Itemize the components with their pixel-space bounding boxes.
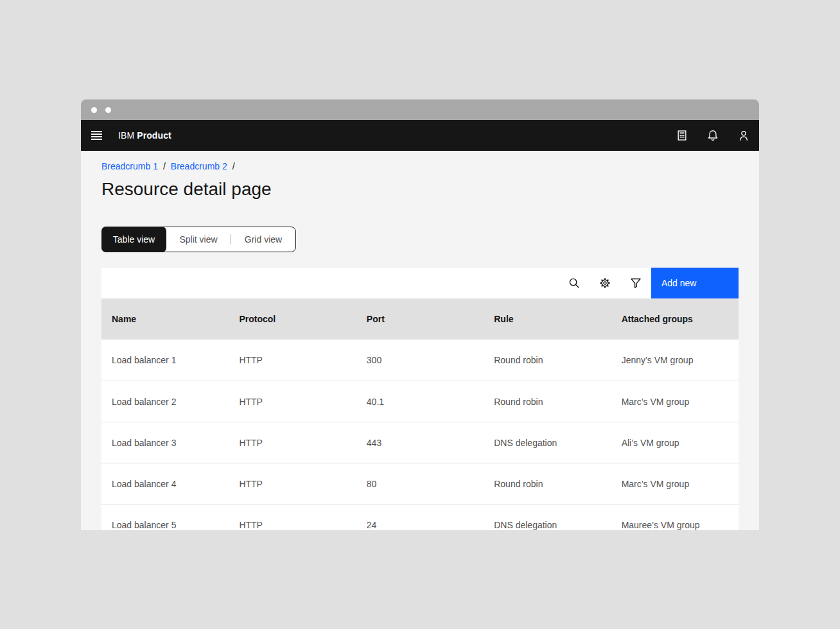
cell-attached-groups: Marc’s VM group bbox=[611, 381, 739, 422]
tab-split-view[interactable]: Split view bbox=[166, 227, 231, 252]
cell-protocol: HTTP bbox=[229, 381, 356, 422]
cell-rule: Round robin bbox=[484, 463, 611, 504]
table-row[interactable]: Load balancer 5 HTTP 24 DNS delegation M… bbox=[101, 504, 739, 530]
bell-icon bbox=[706, 129, 719, 142]
window-titlebar bbox=[81, 99, 759, 120]
cell-attached-groups: Mauree’s VM group bbox=[611, 504, 739, 530]
user-button[interactable] bbox=[728, 120, 759, 151]
table-header-row: Name Protocol Port Rule Attached groups bbox=[101, 298, 739, 340]
header-actions bbox=[667, 120, 759, 151]
cell-rule: DNS delegation bbox=[484, 504, 611, 530]
cell-attached-groups: Marc’s VM group bbox=[611, 463, 739, 504]
brand-name: Product bbox=[137, 130, 171, 141]
column-header-name[interactable]: Name bbox=[101, 298, 229, 340]
brand: IBM Product bbox=[118, 130, 171, 141]
brand-prefix: IBM bbox=[118, 130, 134, 141]
column-header-rule[interactable]: Rule bbox=[484, 298, 611, 340]
cell-attached-groups: Jenny’s VM group bbox=[611, 340, 739, 381]
cell-attached-groups: Ali’s VM group bbox=[611, 422, 739, 463]
app-header: IBM Product bbox=[81, 120, 759, 151]
menu-button[interactable] bbox=[81, 120, 112, 151]
cell-rule: Round robin bbox=[484, 340, 611, 381]
cell-name: Load balancer 2 bbox=[101, 381, 229, 422]
cell-port: 40.1 bbox=[356, 381, 484, 422]
cell-name: Load balancer 3 bbox=[101, 422, 229, 463]
search-button[interactable] bbox=[559, 268, 590, 298]
hamburger-icon bbox=[91, 131, 102, 140]
filter-icon bbox=[629, 277, 642, 289]
window-dot[interactable] bbox=[105, 107, 111, 113]
table-row[interactable]: Load balancer 3 HTTP 443 DNS delegation … bbox=[101, 422, 739, 463]
user-icon bbox=[737, 129, 750, 142]
cell-protocol: HTTP bbox=[229, 340, 356, 381]
browser-window: IBM Product bbox=[81, 99, 759, 530]
cell-rule: DNS delegation bbox=[484, 422, 611, 463]
cell-port: 24 bbox=[356, 504, 484, 530]
page-content: Breadcrumb 1 / Breadcrumb 2 / Resource d… bbox=[81, 151, 759, 530]
tab-table-view[interactable]: Table view bbox=[101, 227, 166, 252]
cell-rule: Round robin bbox=[484, 381, 611, 422]
cell-protocol: HTTP bbox=[229, 422, 356, 463]
column-header-attached-groups[interactable]: Attached groups bbox=[611, 298, 739, 340]
cell-name: Load balancer 4 bbox=[101, 463, 229, 504]
filter-button[interactable] bbox=[620, 268, 651, 298]
tab-grid-view[interactable]: Grid view bbox=[231, 227, 295, 252]
table-row[interactable]: Load balancer 1 HTTP 300 Round robin Jen… bbox=[101, 340, 739, 381]
settings-button[interactable] bbox=[590, 268, 620, 298]
cell-name: Load balancer 5 bbox=[101, 504, 229, 530]
breadcrumb-link-2[interactable]: Breadcrumb 2 bbox=[171, 161, 227, 171]
breadcrumb: Breadcrumb 1 / Breadcrumb 2 / bbox=[101, 151, 739, 173]
notifications-button[interactable] bbox=[697, 120, 728, 151]
app-switcher-icon bbox=[676, 129, 688, 142]
cell-name: Load balancer 1 bbox=[101, 340, 229, 381]
search-icon bbox=[568, 277, 581, 289]
content-switcher: Table view Split view Grid view bbox=[101, 227, 296, 252]
app-switcher-button[interactable] bbox=[667, 120, 697, 151]
cell-port: 300 bbox=[356, 340, 484, 381]
breadcrumb-separator: / bbox=[232, 161, 235, 171]
column-header-port[interactable]: Port bbox=[356, 298, 484, 340]
table-row[interactable]: Load balancer 2 HTTP 40.1 Round robin Ma… bbox=[101, 381, 739, 422]
add-new-button[interactable]: Add new bbox=[651, 268, 739, 298]
cell-protocol: HTTP bbox=[229, 504, 356, 530]
cell-port: 80 bbox=[356, 463, 484, 504]
breadcrumb-link-1[interactable]: Breadcrumb 1 bbox=[101, 161, 158, 171]
table-toolbar: Add new bbox=[101, 268, 739, 298]
cell-protocol: HTTP bbox=[229, 463, 356, 504]
column-header-protocol[interactable]: Protocol bbox=[229, 298, 356, 340]
breadcrumb-separator: / bbox=[163, 161, 166, 171]
gear-icon bbox=[599, 277, 611, 289]
data-table: Name Protocol Port Rule Attached groups … bbox=[101, 298, 739, 530]
table-row[interactable]: Load balancer 4 HTTP 80 Round robin Marc… bbox=[101, 463, 739, 504]
page-title: Resource detail page bbox=[101, 178, 739, 201]
cell-port: 443 bbox=[356, 422, 484, 463]
window-dot[interactable] bbox=[91, 107, 97, 113]
